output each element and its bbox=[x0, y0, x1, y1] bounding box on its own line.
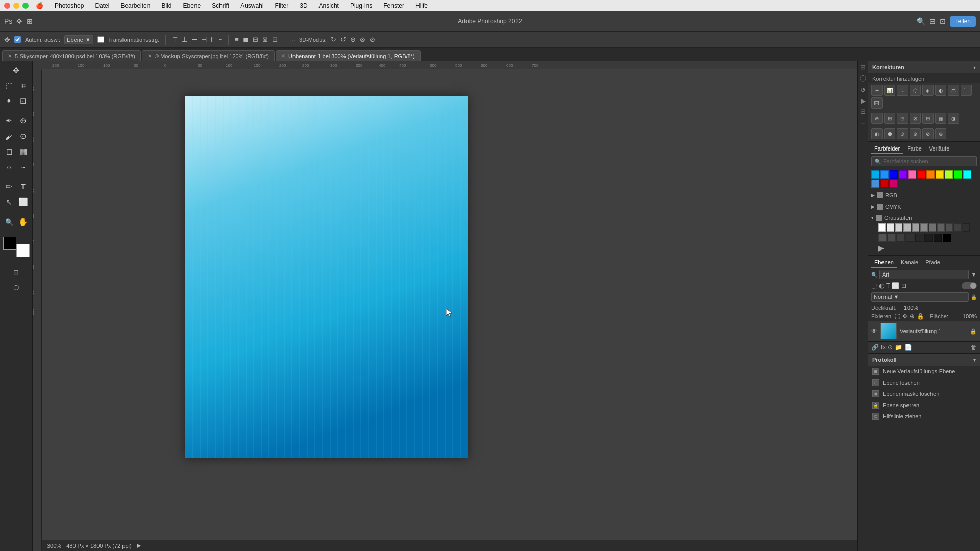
shadows-icon[interactable]: ◐ bbox=[871, 128, 883, 139]
extra-icon[interactable]: ⊘ bbox=[922, 128, 934, 139]
crop-tool[interactable]: ⊡ bbox=[17, 94, 30, 108]
menu-auswahl[interactable]: Auswahl bbox=[238, 2, 265, 9]
share-button[interactable]: Teilen bbox=[950, 16, 976, 27]
move-tool[interactable]: ✥ bbox=[2, 63, 31, 78]
layer2-icon[interactable]: ⊟ bbox=[860, 108, 866, 115]
swatch-gray1[interactable] bbox=[887, 223, 894, 232]
swatch-gray2[interactable] bbox=[895, 223, 902, 232]
swatch-darkblue[interactable] bbox=[890, 170, 898, 179]
new-layer-icon[interactable]: 📄 bbox=[904, 344, 912, 351]
zoom-tool[interactable]: 🔍 bbox=[3, 215, 16, 229]
filter-shape-icon[interactable]: ⬜ bbox=[892, 282, 899, 289]
swatch-dkgray6[interactable] bbox=[924, 234, 933, 242]
arrange-icon[interactable]: ⊞ bbox=[27, 17, 33, 26]
swatch-cornflower[interactable] bbox=[871, 180, 879, 188]
protokoll-header[interactable]: Protokoll ▾ bbox=[868, 354, 980, 366]
menu-bild[interactable]: Bild bbox=[159, 2, 174, 9]
distribute3-icon[interactable]: ⊟ bbox=[253, 36, 258, 43]
swatch-gray8[interactable] bbox=[946, 223, 953, 232]
link-layers-icon[interactable]: 🔗 bbox=[871, 344, 879, 351]
magic-wand-tool[interactable]: ✦ bbox=[3, 94, 16, 108]
transform-checkbox[interactable] bbox=[97, 36, 104, 43]
opacity-value[interactable]: 100% bbox=[904, 305, 918, 311]
gradient-tool[interactable]: ▦ bbox=[17, 144, 30, 159]
3d-roll-icon[interactable]: ↺ bbox=[340, 36, 346, 43]
pattern-icon[interactable]: ⬢ bbox=[884, 128, 895, 139]
move-tool-icon[interactable]: ✥ bbox=[16, 17, 22, 26]
delete-layer-icon[interactable]: 🗑 bbox=[971, 344, 977, 351]
menu-fenster[interactable]: Fenster bbox=[381, 2, 406, 9]
swatch-gray6[interactable] bbox=[929, 223, 936, 232]
maximize-button[interactable] bbox=[22, 3, 29, 9]
history-icon[interactable]: ↺ bbox=[860, 86, 866, 94]
hand-tool[interactable]: ✋ bbox=[17, 215, 30, 229]
actions-icon[interactable]: ▶ bbox=[861, 97, 866, 105]
smart-icon[interactable]: ⊗ bbox=[910, 128, 921, 139]
distribute2-icon[interactable]: ≣ bbox=[243, 36, 249, 43]
align-left-icon[interactable]: ⊣ bbox=[201, 36, 207, 43]
protokoll-collapse-icon[interactable]: ▾ bbox=[973, 357, 976, 363]
ebenen-filter-dropdown-icon[interactable]: ▼ bbox=[971, 271, 977, 278]
screen-mode-tool[interactable]: ⬡ bbox=[2, 280, 31, 294]
posterize-icon[interactable]: ⊠ bbox=[910, 113, 921, 124]
close-button[interactable] bbox=[4, 3, 10, 9]
clone-tool[interactable]: ⊙ bbox=[17, 129, 30, 143]
graustufen-play-icon[interactable]: ▶ bbox=[878, 244, 884, 252]
3d-slide-icon[interactable]: ⊗ bbox=[360, 36, 365, 43]
swatch-gray3[interactable] bbox=[903, 223, 911, 232]
swatch-dkgray1[interactable] bbox=[878, 234, 887, 242]
swatch-dkgray5[interactable] bbox=[915, 234, 923, 242]
brush-tool[interactable]: 🖌 bbox=[3, 129, 16, 143]
korrekturen-header[interactable]: Korrekturen ▾ bbox=[868, 61, 980, 73]
korrekturen-collapse[interactable]: ▾ bbox=[973, 65, 976, 70]
background-color[interactable] bbox=[16, 244, 30, 257]
tab-verlaeufe[interactable]: Verläufe bbox=[926, 144, 952, 154]
menu-datei[interactable]: Datei bbox=[93, 2, 111, 9]
align-bottom-icon[interactable]: ⊢ bbox=[191, 36, 197, 43]
extra2-icon[interactable]: ⊛ bbox=[935, 128, 946, 139]
selective-color-icon[interactable]: ◑ bbox=[948, 113, 959, 124]
swatch-hotpink[interactable] bbox=[890, 180, 898, 188]
flaeche-value[interactable]: 100% bbox=[963, 313, 977, 319]
menu-ansicht[interactable]: Ansicht bbox=[317, 2, 341, 9]
path-select-tool[interactable]: ↖ bbox=[3, 195, 16, 209]
tab-unbenannt[interactable]: ✕ Unbenannt-1 bei 300% (Verlaufsfüllung … bbox=[276, 50, 421, 61]
lasso-tool[interactable]: ⌗ bbox=[17, 79, 30, 93]
fixieren-lock-icon[interactable]: 🔒 bbox=[917, 313, 924, 320]
3d-rotate-icon[interactable]: ↻ bbox=[331, 36, 336, 43]
filter-smart-icon[interactable]: ⊡ bbox=[901, 282, 906, 289]
tab-ebenen[interactable]: Ebenen bbox=[871, 258, 897, 268]
minimize-button[interactable] bbox=[13, 3, 19, 9]
swatch-darkred[interactable] bbox=[880, 180, 889, 188]
text-tool[interactable]: T bbox=[17, 180, 30, 194]
tab-farbe[interactable]: Farbe bbox=[904, 144, 925, 154]
swatch-gray4[interactable] bbox=[912, 223, 919, 232]
layer-row-verlaufsfuellung[interactable]: 👁 Verlaufsfüllung 1 🔒 bbox=[868, 321, 980, 341]
swatch-dkgray4[interactable] bbox=[906, 234, 914, 242]
add-mask-icon[interactable]: ⊙ bbox=[888, 344, 893, 351]
swatch-dkgray7[interactable] bbox=[934, 234, 942, 242]
distribute4-icon[interactable]: ⊠ bbox=[262, 36, 268, 43]
swatch-dkgray2[interactable] bbox=[888, 234, 896, 242]
align-vcenter-icon[interactable]: ⊥ bbox=[182, 36, 187, 43]
3d-pan-icon[interactable]: ⊕ bbox=[350, 36, 356, 43]
protokoll-item-ebene-sperren[interactable]: 🔒 Ebene sperren bbox=[868, 399, 980, 411]
channels-icon[interactable]: ≡ bbox=[861, 118, 865, 126]
mask-icon[interactable]: ⊙ bbox=[897, 128, 908, 139]
fixieren-artboard-icon[interactable]: ⊕ bbox=[910, 313, 915, 320]
levels-icon[interactable]: 📊 bbox=[884, 85, 895, 96]
vibrance-icon[interactable]: ◈ bbox=[922, 85, 934, 96]
swatch-white[interactable] bbox=[878, 223, 886, 232]
swatch-gray7[interactable] bbox=[937, 223, 944, 232]
color-swatches-fg-bg[interactable] bbox=[3, 237, 30, 257]
swatch-gray10[interactable] bbox=[963, 223, 970, 232]
channelmix-icon[interactable]: ⊕ bbox=[871, 113, 883, 124]
smudge-tool[interactable]: ~ bbox=[17, 160, 30, 174]
bw-icon[interactable]: ⬛ bbox=[961, 85, 972, 96]
add-style-icon[interactable]: fx bbox=[881, 344, 886, 351]
heal-tool[interactable]: ⊕ bbox=[17, 114, 30, 128]
threshold-icon[interactable]: ⊟ bbox=[922, 113, 934, 124]
canvas-content[interactable] bbox=[42, 70, 857, 538]
filter-pixel-icon[interactable]: ⬚ bbox=[871, 282, 877, 289]
tab-skyscraper[interactable]: ✕ 5-Skyscraper-480x1800.psd bei 103% (RG… bbox=[2, 50, 141, 61]
